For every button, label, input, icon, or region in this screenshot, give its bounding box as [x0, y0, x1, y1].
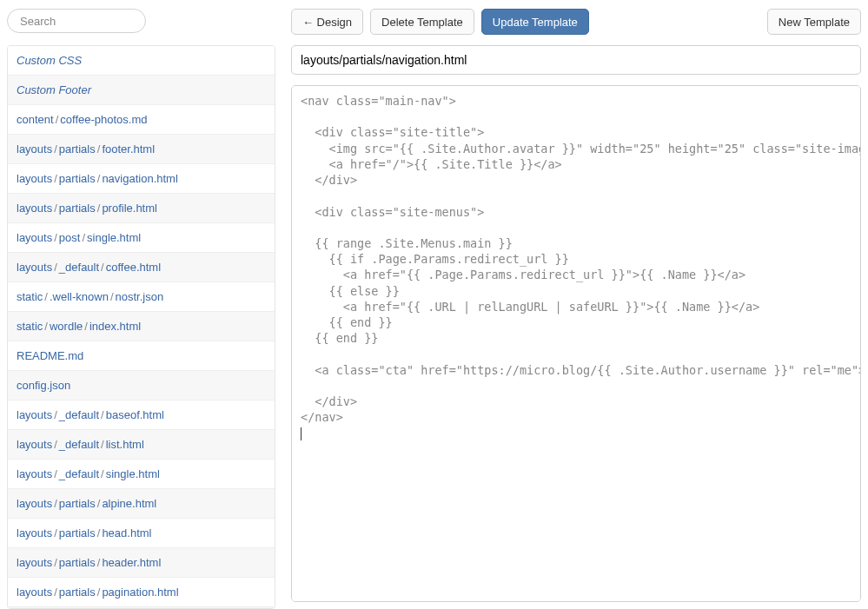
sidebar-item-static-wordle-index-html[interactable]: static/wordle/index.html: [8, 312, 275, 341]
path-segment: layouts: [17, 172, 52, 185]
path-segment: index.html: [89, 320, 141, 333]
sidebar-item-layouts-partials-navigation-html[interactable]: layouts/partials/navigation.html: [8, 164, 275, 194]
new-template-button[interactable]: New Template: [767, 9, 861, 35]
path-segment: _default: [59, 261, 99, 274]
sidebar-item-label: README.md: [17, 349, 83, 362]
path-segment: layouts: [17, 231, 52, 244]
sidebar-item-layouts-partials-footer-html[interactable]: layouts/partials/footer.html: [8, 135, 275, 164]
sidebar: Custom CSSCustom Footercontent/coffee-ph…: [0, 0, 282, 609]
sidebar-item-content-coffee-photos-md[interactable]: content/coffee-photos.md: [8, 105, 275, 135]
path-segment: pagination.html: [102, 586, 178, 599]
path-segment: layouts: [17, 202, 52, 215]
back-design-button[interactable]: ← Design: [291, 9, 363, 35]
update-template-button[interactable]: Update Template: [481, 9, 589, 35]
path-segment: layouts: [17, 586, 52, 599]
path-separator: /: [52, 438, 59, 451]
path-separator: /: [52, 231, 59, 244]
path-segment: .well-known: [50, 290, 109, 303]
path-segment: baseof.html: [106, 408, 164, 421]
path-segment: layouts: [17, 467, 52, 480]
path-segment: wordle: [50, 320, 83, 333]
path-separator: /: [52, 172, 59, 185]
path-segment: single.html: [106, 467, 160, 480]
path-segment: partials: [59, 526, 96, 539]
path-segment: layouts: [17, 142, 52, 156]
sidebar-item-layouts-_default-baseof-html[interactable]: layouts/_default/baseof.html: [8, 400, 275, 430]
sidebar-item-layouts-_default-list-html[interactable]: layouts/_default/list.html: [8, 430, 275, 460]
path-segment: _default: [59, 408, 99, 421]
path-segment: post: [59, 231, 81, 244]
path-segment: head.html: [102, 526, 151, 539]
file-list: Custom CSSCustom Footercontent/coffee-ph…: [7, 45, 275, 609]
path-segment: layouts: [17, 497, 52, 510]
sidebar-item-config-json[interactable]: config.json: [8, 371, 275, 400]
path-segment: partials: [59, 172, 96, 185]
sidebar-item-custom-footer[interactable]: Custom Footer: [8, 76, 275, 105]
path-segment: header.html: [102, 556, 161, 569]
path-segment: _default: [59, 467, 99, 480]
path-segment: layouts: [17, 526, 52, 539]
path-separator: /: [99, 408, 106, 421]
path-separator: /: [52, 467, 59, 480]
path-segment: layouts: [17, 556, 52, 569]
search-input[interactable]: [7, 9, 146, 33]
template-path-input[interactable]: [291, 45, 861, 75]
sidebar-item-layouts-partials-header-html[interactable]: layouts/partials/header.html: [8, 548, 275, 578]
path-segment: coffee-photos.md: [60, 113, 147, 126]
path-segment: profile.html: [102, 202, 157, 215]
path-separator: /: [80, 231, 87, 244]
path-segment: layouts: [17, 408, 52, 421]
template-editor[interactable]: <nav class="main-nav"> <div class="site-…: [291, 85, 861, 602]
path-segment: list.html: [106, 438, 144, 451]
path-separator: /: [52, 202, 59, 215]
path-separator: /: [43, 320, 50, 333]
sidebar-item-layouts-partials-profile-html[interactable]: layouts/partials/profile.html: [8, 194, 275, 223]
path-segment: partials: [59, 556, 96, 569]
toolbar: ← Design Delete Template Update Template…: [291, 9, 861, 35]
main-panel: ← Design Delete Template Update Template…: [282, 0, 868, 609]
delete-template-button[interactable]: Delete Template: [370, 9, 474, 35]
path-segment: coffee.html: [106, 261, 161, 274]
path-segment: alpine.html: [102, 497, 156, 510]
sidebar-item-layouts-post-single-html[interactable]: layouts/post/single.html: [8, 223, 275, 253]
sidebar-item-layouts-partials-pagination-html[interactable]: layouts/partials/pagination.html: [8, 578, 275, 607]
path-segment: navigation.html: [102, 172, 177, 185]
text-cursor: [301, 427, 301, 440]
path-separator: /: [52, 142, 59, 156]
path-segment: static: [17, 320, 43, 333]
sidebar-item-readme-md[interactable]: README.md: [8, 341, 275, 371]
path-segment: content: [17, 113, 54, 126]
path-segment: partials: [59, 202, 96, 215]
path-separator: /: [99, 438, 106, 451]
sidebar-item-layouts-partials-head-html[interactable]: layouts/partials/head.html: [8, 519, 275, 548]
path-separator: /: [99, 261, 106, 274]
sidebar-item-label: config.json: [17, 379, 70, 392]
path-segment: partials: [59, 586, 96, 599]
path-segment: nostr.json: [116, 290, 164, 303]
path-segment: partials: [59, 497, 96, 510]
path-separator: /: [52, 497, 59, 510]
path-separator: /: [52, 526, 59, 539]
path-segment: _default: [59, 438, 99, 451]
path-segment: partials: [59, 142, 96, 156]
path-segment: single.html: [87, 231, 141, 244]
path-segment: footer.html: [102, 142, 155, 156]
sidebar-item-layouts-partials-alpine-html[interactable]: layouts/partials/alpine.html: [8, 489, 275, 519]
sidebar-item-custom-css[interactable]: Custom CSS: [8, 46, 275, 76]
sidebar-item-layouts-_default-single-html[interactable]: layouts/_default/single.html: [8, 460, 275, 489]
path-separator: /: [52, 556, 59, 569]
path-segment: layouts: [17, 261, 52, 274]
path-segment: layouts: [17, 438, 52, 451]
path-separator: /: [52, 408, 59, 421]
sidebar-item-layouts-_default-coffee-html[interactable]: layouts/_default/coffee.html: [8, 253, 275, 282]
path-separator: /: [109, 290, 116, 303]
path-separator: /: [99, 467, 106, 480]
path-separator: /: [83, 320, 89, 333]
path-separator: /: [52, 586, 59, 599]
path-separator: /: [52, 261, 59, 274]
path-segment: static: [17, 290, 43, 303]
path-separator: /: [43, 290, 50, 303]
sidebar-item-static-well-known-nostr-json[interactable]: static/.well-known/nostr.json: [8, 282, 275, 312]
